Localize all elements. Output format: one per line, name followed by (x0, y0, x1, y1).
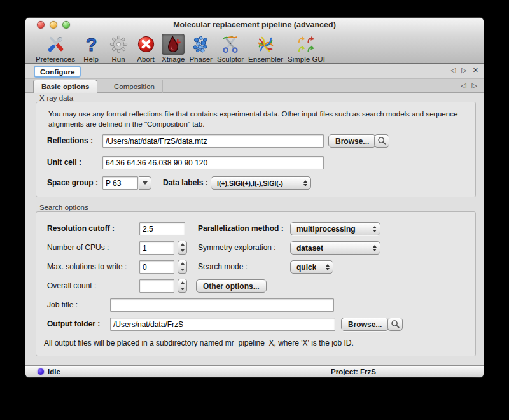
space-group-dropdown-button[interactable] (139, 176, 151, 190)
configure-tab-row: Configure ◁ ▷ ✕ (25, 64, 484, 79)
popup-arrows-icon (303, 180, 307, 186)
status-led-icon (38, 368, 44, 375)
toolbar-label: Phaser (189, 55, 212, 63)
tab-composition[interactable]: Composition (106, 80, 163, 93)
scroll-left-icon[interactable]: ◁ (450, 66, 456, 74)
xray-description: You may use any format reflections file … (48, 109, 465, 129)
status-text: Idle (48, 368, 60, 375)
resolution-cutoff-label: Resolution cutoff : (47, 222, 115, 235)
toolbar-button-simple-gui[interactable]: Simple GUI (288, 34, 325, 63)
search-mode-popup[interactable]: quick (290, 260, 333, 274)
popup-arrows-icon (373, 226, 377, 232)
app-window: Molecular replacement pipeline (advanced… (25, 18, 484, 377)
close-tab-icon[interactable]: ✕ (473, 66, 478, 74)
toolbar-button-preferences[interactable]: Preferences (36, 34, 75, 63)
tabs-scroll-left-icon[interactable]: ◁ (461, 81, 466, 90)
basic-options-panel: X-ray data You may use any format reflec… (25, 93, 484, 365)
tab-basic-options[interactable]: Basic options (33, 80, 97, 93)
desktop-background: Molecular replacement pipeline (advanced… (0, 0, 509, 420)
toolbar: Preferences ? Help (25, 32, 484, 63)
resolution-cutoff-input[interactable] (139, 222, 185, 235)
toolbar-button-help[interactable]: ? Help (80, 34, 102, 63)
search-options-group-box: Resolution cutoff : Parallelization meth… (36, 211, 476, 356)
data-labels-popup[interactable]: I(+),SIGI(+),I(-),SIGI(-) (211, 176, 311, 190)
symmetry-exploration-popup[interactable]: dataset (290, 241, 380, 255)
tab-configure[interactable]: Configure (34, 66, 81, 78)
reflections-view-button[interactable] (374, 134, 389, 148)
search-options-group-title: Search options (39, 204, 88, 211)
overall-count-stepper[interactable] (178, 279, 187, 293)
reflections-browse-button[interactable]: Browse... (328, 134, 376, 148)
output-folder-browse-button[interactable]: Browse... (341, 318, 389, 331)
toolbar-label: Ensembler (248, 55, 283, 63)
toolbar-label: Help (83, 55, 99, 63)
search-mode-label: Search mode : (198, 260, 248, 274)
popup-arrows-icon (373, 245, 377, 251)
output-note: All output files will be placed in a sub… (44, 338, 464, 348)
output-folder-view-button[interactable] (387, 318, 403, 331)
project-label: Project: FrzS (331, 368, 376, 375)
number-of-cpus-input[interactable] (139, 241, 174, 255)
sculptor-scissors-icon (220, 34, 240, 54)
status-bar: Idle Project: FrzS (25, 365, 484, 377)
popup-arrows-icon (326, 264, 330, 270)
simple-gui-arrows-icon (296, 34, 316, 54)
toolbar-label: Run (111, 55, 125, 63)
notebook-tabs-row: Basic options Composition ◁ ▷ (25, 79, 484, 93)
space-group-label: Space group : (47, 176, 98, 190)
job-title-label: Job title : (47, 298, 78, 312)
chevron-down-icon (143, 181, 148, 185)
window-header: Molecular replacement pipeline (advanced… (25, 18, 484, 64)
tabs-scroll-right-icon[interactable]: ▷ (472, 81, 477, 90)
max-solutions-input[interactable] (139, 260, 174, 274)
help-question-icon: ? (81, 34, 101, 54)
toolbar-label: Xtriage (162, 55, 185, 63)
toolbar-button-phaser[interactable]: Phaser (189, 34, 212, 63)
abort-x-icon (136, 34, 156, 54)
output-folder-input[interactable] (110, 318, 335, 331)
number-of-cpus-stepper[interactable] (178, 241, 187, 255)
scroll-right-icon[interactable]: ▷ (461, 66, 466, 74)
magnifier-icon (391, 319, 400, 329)
preferences-tools-icon (46, 34, 66, 54)
number-of-cpus-label: Number of CPUs : (47, 241, 109, 255)
parallelization-method-popup[interactable]: multiprocessing (290, 222, 380, 235)
xtriage-drop-icon (164, 34, 183, 54)
job-title-input[interactable] (110, 298, 334, 312)
svg-text:?: ? (85, 34, 97, 54)
toolbar-button-ensembler[interactable]: Ensembler (248, 34, 283, 63)
output-folder-label: Output folder : (47, 318, 100, 331)
window-title: Molecular replacement pipeline (advanced… (25, 20, 484, 29)
toolbar-button-run[interactable]: Run (107, 34, 130, 63)
toolbar-button-xtriage[interactable]: Xtriage (162, 34, 185, 63)
data-labels-label: Data labels : (163, 176, 208, 190)
xray-data-group-title: X-ray data (39, 94, 73, 102)
toolbar-label: Abort (137, 55, 155, 63)
xtriage-selected-highlight (162, 34, 185, 55)
reflections-label: Reflections : (47, 134, 93, 148)
max-solutions-label: Max. solutions to write : (47, 260, 127, 274)
toolbar-button-sculptor[interactable]: Sculptor (217, 34, 244, 63)
ensembler-ribbons-icon (256, 34, 275, 54)
xray-data-group-box: You may use any format reflections file … (36, 102, 476, 197)
reflections-input[interactable] (102, 134, 324, 148)
overall-count-label: Overall count : (47, 279, 96, 293)
unit-cell-label: Unit cell : (47, 156, 81, 169)
toolbar-label: Simple GUI (288, 55, 325, 63)
parallelization-method-label: Parallelization method : (198, 222, 284, 235)
other-options-button[interactable]: Other options... (196, 279, 267, 293)
space-group-combobox-input[interactable] (102, 176, 138, 190)
run-gear-icon (109, 34, 129, 54)
magnifier-icon (377, 136, 387, 146)
titlebar[interactable]: Molecular replacement pipeline (advanced… (25, 18, 484, 32)
toolbar-label: Preferences (36, 55, 75, 63)
overall-count-input[interactable] (139, 279, 174, 293)
max-solutions-stepper[interactable] (178, 260, 187, 274)
toolbar-label: Sculptor (217, 55, 244, 63)
symmetry-exploration-label: Symmetry exploration : (198, 241, 276, 255)
toolbar-button-abort[interactable]: Abort (134, 34, 157, 63)
phaser-molecule-icon (191, 34, 211, 54)
unit-cell-input[interactable] (102, 156, 324, 169)
